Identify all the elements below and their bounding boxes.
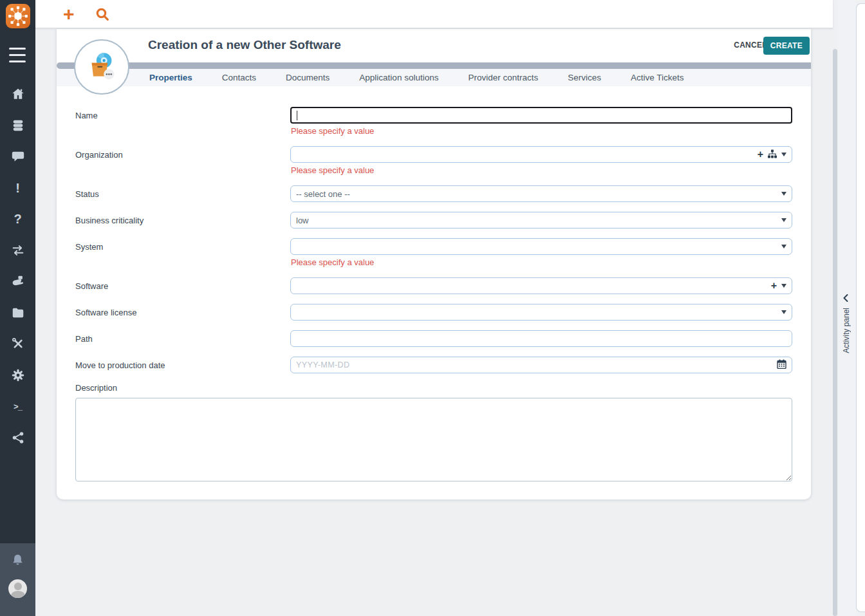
organization-input[interactable]: + (290, 146, 792, 163)
create-button[interactable]: CREATE (763, 37, 810, 55)
tab-strip-bar (57, 62, 811, 69)
move-to-production-date-input[interactable]: YYYY-MM-DD (290, 357, 792, 373)
field-label-path: Path (75, 330, 290, 347)
system-select[interactable] (290, 238, 792, 255)
properties-form: Name Please specify a value Organization… (57, 86, 811, 484)
validation-error-system: Please specify a value (290, 255, 792, 268)
caret-down-icon[interactable] (781, 153, 786, 156)
form-row-name: Name Please specify a value (75, 107, 792, 136)
form-row-software-license: Software license (75, 304, 792, 321)
status-select[interactable]: -- select one -- (290, 185, 792, 202)
form-row-description: Description (75, 383, 792, 484)
sidebar-nav: ! ? >_ (0, 86, 35, 461)
validation-error-name: Please specify a value (290, 124, 792, 136)
transfer-arrows-icon[interactable] (10, 243, 26, 258)
field-label-description: Description (75, 383, 792, 393)
tab-provider-contracts[interactable]: Provider contracts (453, 69, 553, 86)
chat-icon[interactable] (10, 149, 26, 164)
status-selected-value: -- select one -- (296, 189, 350, 199)
tab-properties[interactable]: Properties (135, 69, 207, 86)
caret-down-icon[interactable] (781, 310, 786, 314)
validation-error-organization: Please specify a value (290, 163, 792, 176)
field-label-status: Status (75, 185, 290, 202)
sidebar-footer (0, 543, 35, 616)
field-label-name: Name (75, 107, 290, 136)
gear-icon[interactable] (10, 368, 26, 383)
alert-icon[interactable]: ! (10, 180, 26, 196)
path-input[interactable] (290, 330, 792, 347)
cancel-button[interactable]: CANCEL (734, 41, 767, 50)
text-cursor (297, 111, 297, 120)
console-icon[interactable]: >_ (10, 398, 26, 414)
tab-application-solutions[interactable]: Application solutions (344, 69, 453, 86)
field-label-software-license: Software license (75, 304, 290, 321)
tab-active-tickets[interactable]: Active Tickets (616, 69, 699, 86)
add-software-icon[interactable]: + (771, 281, 777, 291)
business-criticality-select[interactable]: low (290, 212, 792, 229)
activity-panel-expand-icon[interactable] (841, 294, 850, 303)
helping-hand-icon[interactable] (10, 274, 26, 289)
other-software-icon (83, 48, 120, 86)
home-icon[interactable] (10, 86, 26, 102)
quick-create-icon[interactable]: + (63, 1, 75, 28)
form-row-path: Path (75, 330, 792, 347)
tab-documents[interactable]: Documents (271, 69, 344, 86)
form-row-move-to-production-date: Move to production date YYYY-MM-DD (75, 357, 792, 373)
form-row-status: Status -- select one -- (75, 185, 792, 202)
form-row-business-criticality: Business criticality low (75, 212, 792, 229)
field-label-system: System (75, 238, 290, 268)
date-placeholder: YYYY-MM-DD (296, 360, 349, 369)
field-label-business-criticality: Business criticality (75, 212, 290, 229)
tools-icon[interactable] (10, 336, 26, 351)
software-license-select[interactable] (290, 304, 792, 321)
topbar: + (35, 0, 833, 28)
caret-down-icon[interactable] (781, 192, 786, 196)
tab-services[interactable]: Services (553, 69, 616, 86)
software-input[interactable]: + (290, 277, 792, 294)
field-label-move-to-production-date: Move to production date (75, 357, 290, 373)
sidebar: ! ? >_ (0, 0, 35, 616)
object-creation-card: Creation of a new Other Software CANCEL … (57, 29, 811, 499)
add-organization-icon[interactable]: + (758, 149, 763, 160)
tabs-row: Properties Contacts Documents Applicatio… (57, 69, 811, 86)
search-icon[interactable] (95, 6, 110, 22)
vertical-scrollbar[interactable] (833, 49, 837, 616)
notifications-bell-icon[interactable] (10, 553, 25, 568)
card-header: Creation of a new Other Software CANCEL … (57, 29, 811, 62)
field-label-organization: Organization (75, 146, 290, 176)
database-icon[interactable] (10, 118, 26, 133)
name-input[interactable] (290, 107, 792, 124)
folder-icon[interactable] (10, 305, 26, 321)
menu-toggle-icon[interactable] (9, 48, 26, 67)
hierarchy-icon[interactable] (768, 149, 777, 160)
field-label-software: Software (75, 277, 290, 294)
form-row-organization: Organization + Please specify a value (75, 146, 792, 176)
share-icon[interactable] (10, 430, 26, 445)
calendar-icon[interactable] (777, 359, 786, 371)
caret-down-icon[interactable] (781, 245, 786, 248)
form-row-software: Software + (75, 277, 792, 294)
activity-panel-label[interactable]: Activity panel (842, 308, 851, 353)
page-title: Creation of a new Other Software (148, 38, 341, 52)
caret-down-icon[interactable] (781, 218, 786, 222)
form-row-system: System Please specify a value (75, 238, 792, 268)
itop-logo-icon (7, 5, 29, 27)
itop-logo[interactable] (6, 4, 30, 28)
activity-panel-card (856, 3, 865, 612)
tab-contacts[interactable]: Contacts (207, 69, 271, 86)
description-textarea[interactable] (75, 398, 792, 481)
class-icon-badge (74, 39, 129, 95)
user-avatar[interactable] (8, 579, 27, 598)
caret-down-icon[interactable] (781, 284, 786, 288)
help-icon[interactable]: ? (10, 211, 26, 227)
business-criticality-selected-value: low (296, 216, 309, 225)
